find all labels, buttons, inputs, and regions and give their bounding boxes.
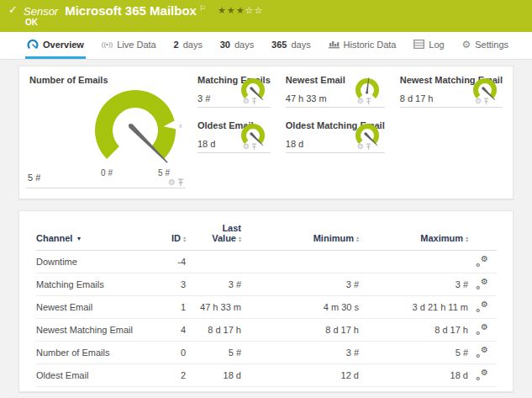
tab-live-data-label: Live Data [117,40,155,50]
gauges-panel: Number of Emails x 0 # 5 # 5 # ⚙ [18,66,514,199]
small-gauges-grid: Matching Emails ⚙ 3 # Newest Email [198,73,503,199]
column-header-minimum[interactable]: Minimum▴▾ [241,215,359,251]
channel-last-value: 18 d [186,387,241,393]
sort-icon[interactable]: ▴▾ [183,236,186,242]
tab-30-days[interactable]: 30 days [219,32,256,59]
tab-365-days-number: 365 [271,40,287,50]
tab-historic-data-label: Historic Data [344,40,397,50]
tab-live-data[interactable]: ((•)) Live Data [100,32,158,59]
sensor-status-badge: OK [25,18,38,27]
channel-maximum: 3 # [359,273,468,296]
newest-email-gauge [351,76,383,108]
pin-icon[interactable] [177,178,184,187]
sort-icon[interactable]: ▴▾ [356,236,359,242]
tab-overview[interactable]: Overview [25,32,86,59]
channel-minimum: 12 d [241,364,359,387]
gauge-settings-icon[interactable]: ⚙ [168,178,176,187]
sensor-title-line: Sensor Microsoft 365 Mailbox ⚐ ★★★☆☆ [24,3,263,18]
channel-settings-icon[interactable]: ⚙⚙ [477,369,488,379]
column-header-maximum[interactable]: Maximum▴▾ [359,215,468,251]
channel-settings-icon[interactable]: ⚙⚙ [477,278,488,289]
gauge-widget-number-of-emails: Number of Emails x 0 # 5 # 5 # ⚙ [26,73,186,188]
channel-name[interactable]: Oldest Email [36,364,152,387]
tab-log-label: Log [429,40,444,50]
tab-settings-label: Settings [475,40,508,50]
channel-name[interactable]: Newest Email [36,296,152,319]
table-header-row: Channel▼ ID▴▾ LastValue▴▾ Minimum▴▾ Maxi… [36,215,497,251]
table-row: Oldest Matching Email 5 18 d 18 d 18 d ⚙… [36,387,497,393]
channel-minimum: 4 m 30 s [241,296,359,319]
column-header-id[interactable]: ID▴▾ [152,215,186,251]
channel-name[interactable]: Newest Matching Email [36,319,152,342]
channel-settings-icon[interactable]: ⚙⚙ [477,346,488,357]
gauge-min-label: 0 # [101,168,113,178]
channel-id: 1 [152,296,186,319]
gauge-icon [27,39,39,50]
channel-id: 5 [152,387,186,393]
gauge-current-value: 8 d 17 h [400,93,434,103]
number-of-emails-gauge: x 0 # 5 # [85,80,186,183]
tab-30-days-number: 30 [220,40,230,50]
tab-bar: Overview ((•)) Live Data 2 days 30 days … [0,32,532,60]
tab-2-days[interactable]: 2 days [172,32,204,59]
star-filled-icon[interactable]: ★ [236,5,245,15]
channel-last-value: 3 # [186,273,241,296]
oldest-matching-email-gauge [351,121,383,153]
gauge-marker-label: x [179,123,182,129]
channel-last-value: 18 d [186,364,241,387]
gauge-current-value: 5 # [28,172,40,183]
overview-content: Number of Emails x 0 # 5 # 5 # ⚙ [0,60,532,392]
channel-minimum: 18 d [241,387,359,393]
tab-log[interactable]: Log [412,32,445,59]
priority-rating[interactable]: ★★★☆☆ [218,5,263,16]
table-row: Number of Emails 0 5 # 3 # 5 # ⚙⚙ [36,342,497,364]
log-table-icon [413,40,424,49]
star-filled-icon[interactable]: ★ [227,5,236,15]
tab-overview-label: Overview [43,40,84,50]
channel-settings-icon[interactable]: ⚙⚙ [477,300,488,311]
gear-icon: ⚙ [461,39,471,50]
gauge-widget-matching-emails: Matching Emails ⚙ 3 # [198,75,271,108]
tab-365-days[interactable]: 365 days [270,32,313,59]
channel-settings-icon[interactable]: ⚙⚙ [477,255,488,266]
star-filled-icon[interactable]: ★ [218,5,227,15]
channel-name[interactable]: Oldest Matching Email [36,387,152,393]
column-header-settings [468,215,497,251]
channel-name[interactable]: Matching Emails [36,273,152,296]
table-row: Oldest Email 2 18 d 12 d 18 d ⚙⚙ [36,364,497,387]
channel-id: 4 [152,319,186,342]
sensor-title: Microsoft 365 Mailbox [65,3,197,18]
broadcast-icon: ((•)) [102,40,113,48]
channel-id: -4 [152,251,186,273]
tab-settings[interactable]: ⚙ Settings [460,32,510,59]
gauge-current-value: 18 d [198,139,215,149]
sort-icon[interactable]: ▴▾ [239,236,241,242]
gauge-widget-newest-matching-email: Newest Matching Email ⚙ 8 d 17 h [400,75,503,108]
channel-settings-icon[interactable]: ⚙⚙ [477,323,488,334]
sensor-kind-label: Sensor [24,5,58,18]
column-header-channel[interactable]: Channel▼ [36,215,152,251]
channel-id: 0 [152,342,186,364]
channel-id: 3 [152,273,186,296]
chart-icon [329,40,340,49]
table-row: Newest Matching Email 4 8 d 17 h 8 d 17 … [36,319,497,342]
tab-historic-data[interactable]: Historic Data [327,32,398,59]
sensor-header: ✓ Sensor Microsoft 365 Mailbox ⚐ ★★★☆☆ O… [0,0,532,32]
channel-settings-icon[interactable]: ⚙⚙ [477,391,488,392]
channel-name[interactable]: Number of Emails [36,342,152,364]
table-row: Matching Emails 3 3 # 3 # 3 # ⚙⚙ [36,273,497,296]
flag-icon[interactable]: ⚐ [199,4,206,13]
channel-last-value: 47 h 33 m [186,296,241,319]
star-empty-icon[interactable]: ☆ [254,5,263,15]
sort-icon[interactable]: ▴▾ [466,236,468,242]
column-header-last-value[interactable]: LastValue▴▾ [186,215,241,251]
tab-365-days-label: days [291,40,310,50]
star-empty-icon[interactable]: ☆ [245,5,255,15]
channel-minimum: 3 # [241,342,359,364]
channel-last-value [186,251,241,273]
channel-maximum: 18 d [359,364,468,387]
prtg-sensor-page: ✓ Sensor Microsoft 365 Mailbox ⚐ ★★★☆☆ O… [0,0,532,398]
channel-name[interactable]: Downtime [36,251,152,273]
caret-down-icon: ▼ [76,236,82,241]
channel-maximum: 5 # [359,342,468,364]
